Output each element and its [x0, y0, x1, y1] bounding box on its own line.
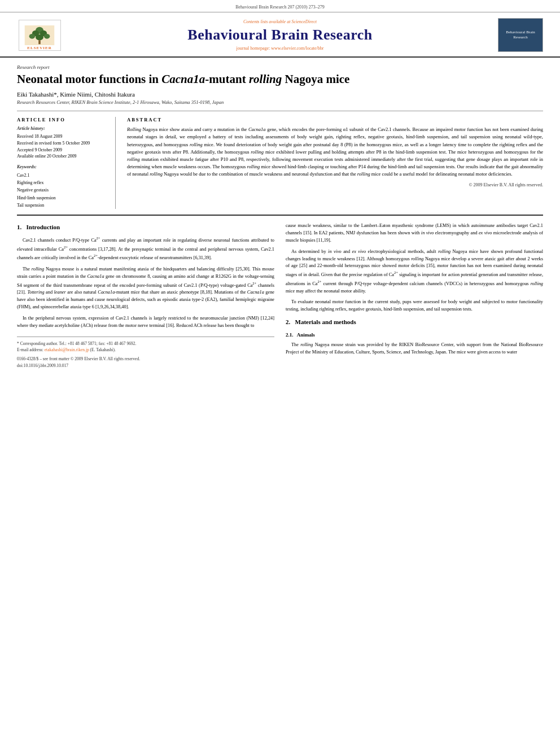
right-para3: To evaluate neonatal motor function in t… — [286, 299, 543, 313]
main-content: Research report Neonatal motor functions… — [0, 58, 560, 375]
body-right-column: cause muscle weakness, similar to the La… — [286, 222, 543, 369]
subsection-title-text: Animals — [297, 332, 315, 338]
abstract-text: Rolling Nagoya mice show ataxia and carr… — [127, 126, 543, 178]
footnote-doi: doi:10.1016/j.bbr.2009.10.017 — [17, 362, 274, 369]
title-text-3: Nagoya mice — [282, 72, 349, 86]
intro-para3: In the peripheral nervous system, expres… — [17, 315, 274, 330]
subsection-num: 2.1. — [286, 332, 294, 338]
title-text-2: -mutant — [205, 72, 249, 86]
intro-title-text: Introduction — [27, 224, 60, 230]
article-history-block: Received 18 August 2009 Received in revi… — [17, 133, 108, 160]
title-text-1: Neonatal motor functions in — [17, 72, 161, 86]
right-para1: cause muscle weakness, similar to the La… — [286, 222, 543, 244]
body-section: 1. Introduction Cav2.1 channels conduct … — [17, 215, 543, 369]
journal-title: Behavioural Brain Research — [62, 27, 498, 43]
sciencedirect-link-text[interactable]: ScienceDirect — [291, 19, 317, 24]
journal-homepage: journal homepage: www.elsevier.com/locat… — [62, 46, 498, 51]
abstract-column: ABSTRACT Rolling Nagoya mice show ataxia… — [127, 117, 543, 209]
report-label: Research report — [17, 64, 543, 70]
article-info-column: Article Info Article history: Received 1… — [17, 117, 116, 209]
body-two-col: 1. Introduction Cav2.1 channels conduct … — [17, 222, 543, 369]
article-history-label: Article history: — [17, 126, 108, 131]
svg-point-6 — [36, 34, 43, 40]
intro-num: 1. — [17, 224, 21, 230]
article-info-abstract: Article Info Article history: Received 1… — [17, 111, 543, 209]
journal-cover-image: Behavioural Brain Research — [498, 18, 543, 52]
svg-rect-7 — [38, 40, 41, 44]
accepted-date: Accepted 9 October 2009 — [17, 147, 108, 154]
affiliation: Research Resources Center, RIKEN Brain S… — [17, 99, 543, 105]
keyword-4: Hind-limb suspension — [17, 194, 108, 202]
sciencedirect-notice: Contents lists available at ScienceDirec… — [62, 19, 498, 24]
footnote-email: E-mail address: etakahashi@brain.riken.j… — [17, 347, 274, 353]
article-title: Neonatal motor functions in Cacna1a-muta… — [17, 72, 543, 86]
abstract-rolling-1: Rolling — [127, 126, 141, 132]
intro-title: 1. Introduction — [17, 222, 274, 232]
elsevier-logo-area: ELSEVIER — [17, 18, 62, 52]
title-italic-2: rolling — [249, 72, 282, 86]
title-italic-1: Cacna1a — [161, 72, 205, 86]
keyword-2: Righting reflex — [17, 179, 108, 186]
body-left-column: 1. Introduction Cav2.1 channels conduct … — [17, 222, 274, 369]
keyword-5: Tail suspension — [17, 202, 108, 209]
homepage-url[interactable]: www.elsevier.com/locate/bbr — [271, 46, 323, 51]
journal-header-center: Contents lists available at ScienceDirec… — [62, 19, 498, 51]
intro-para2: The rolling Nagoya mouse is a natural mu… — [17, 266, 274, 311]
elsevier-logo: ELSEVIER — [19, 20, 61, 51]
footnote-area: * Corresponding author. Tel.: +81 48 467… — [17, 337, 274, 369]
footnote-issn: 0166-4328/$ – see front matter © 2009 El… — [17, 356, 274, 362]
section2-title: 2. Materials and methods — [286, 317, 543, 327]
copyright-text: © 2009 Elsevier B.V. All rights reserved… — [127, 182, 543, 187]
article-info-heading: Article Info — [17, 117, 108, 123]
svg-point-4 — [29, 33, 36, 38]
section2-title-text: Materials and methods — [295, 318, 356, 325]
revised-date: Received in revised form 5 October 2009 — [17, 140, 108, 147]
elsevier-tree-icon — [23, 25, 56, 45]
authors: Eiki Takahashi*, Kimie Niimi, Chitoshi I… — [17, 91, 543, 98]
email-link[interactable]: etakahashi@brain.riken.jp — [45, 347, 89, 352]
elsevier-brand-text: ELSEVIER — [27, 46, 51, 50]
page: Behavioural Brain Research 207 (2010) 27… — [0, 0, 560, 747]
section2-num: 2. — [286, 318, 290, 325]
subsection-2-1-title: 2.1. Animals — [286, 331, 543, 339]
intro-para1: Cav2.1 channels conduct P/Q-type Ca2+ cu… — [17, 235, 274, 262]
animals-para: The rolling Nagoya mouse strain was prov… — [286, 342, 543, 356]
keyword-1: Cav2.1 — [17, 172, 108, 179]
journal-reference-bar: Behavioural Brain Research 207 (2010) 27… — [0, 0, 560, 12]
journal-header: ELSEVIER Contents lists available at Sci… — [0, 12, 560, 58]
keywords-label: Keywords: — [17, 164, 108, 169]
footnote-corresponding: * Corresponding author. Tel.: +81 48 467… — [17, 340, 274, 347]
available-date: Available online 20 October 2009 — [17, 153, 108, 160]
right-para2: As determined by in vivo and ex vivo ele… — [286, 248, 543, 295]
journal-ref-text: Behavioural Brain Research 207 (2010) 27… — [235, 5, 325, 10]
keywords-list: Cav2.1 Righting reflex Negative geotaxis… — [17, 172, 108, 209]
svg-point-5 — [44, 33, 50, 38]
keyword-3: Negative geotaxis — [17, 186, 108, 194]
abstract-heading: ABSTRACT — [127, 117, 543, 123]
received-date: Received 18 August 2009 — [17, 133, 108, 140]
